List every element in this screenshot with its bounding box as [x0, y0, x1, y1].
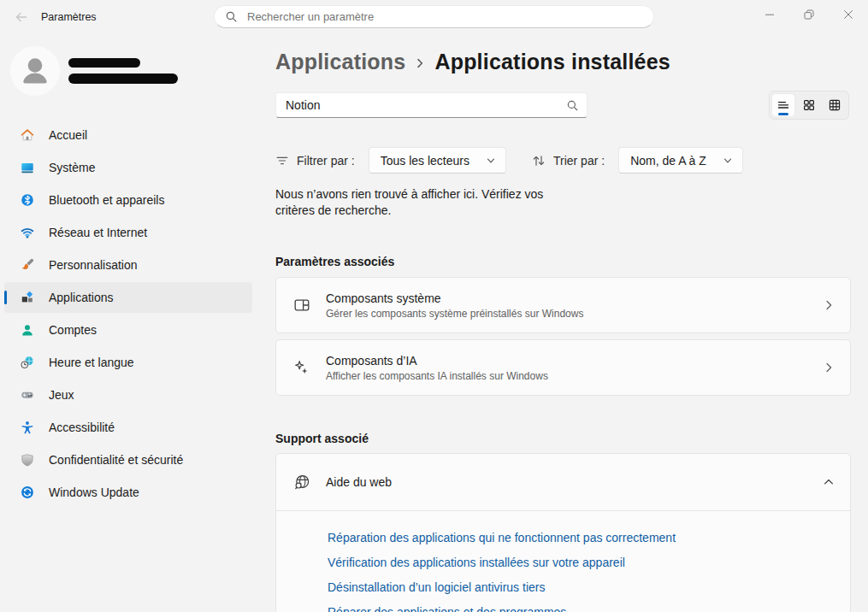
card-title: Aide du web	[326, 475, 392, 489]
filter-dropdown-value: Tous les lecteurs	[381, 154, 469, 168]
minimize-icon	[763, 8, 776, 21]
sidebar-item-bluetooth[interactable]: Bluetooth et appareils	[4, 185, 252, 215]
sidebar-item-reseau[interactable]: Réseau et Internet	[4, 217, 252, 248]
apps-search-box[interactable]	[275, 92, 588, 118]
active-view-indicator	[778, 113, 788, 115]
chevron-down-icon	[486, 156, 496, 166]
sidebar-item-comptes[interactable]: Comptes	[4, 315, 252, 345]
close-icon	[841, 8, 855, 21]
redacted-user-name	[68, 58, 140, 68]
user-profile[interactable]	[0, 34, 257, 96]
breadcrumb-separator-icon	[414, 57, 426, 69]
web-help-links: Réparation des applications qui ne fonct…	[276, 510, 850, 612]
sort-dropdown[interactable]: Nom, de A à Z	[618, 147, 743, 174]
accessibility-icon	[21, 421, 34, 434]
sidebar-item-windows-update[interactable]: Windows Update	[4, 477, 252, 508]
view-switcher	[769, 91, 849, 120]
apps-search-input[interactable]	[276, 98, 587, 112]
search-icon	[225, 10, 238, 23]
sidebar-item-label: Heure et langue	[49, 356, 134, 369]
accounts-icon	[21, 323, 34, 337]
sidebar-item-heure-langue[interactable]: Heure et langue	[4, 347, 252, 378]
sidebar-item-applications[interactable]: Applications	[4, 282, 252, 313]
page-title: Applications installées	[434, 50, 670, 74]
brush-icon	[21, 258, 34, 272]
breadcrumb: Applications Applications installées	[275, 48, 851, 75]
list-view-icon	[776, 98, 790, 112]
list-view-button[interactable]	[771, 93, 795, 117]
sidebar-item-personnalisation[interactable]: Personnalisation	[4, 250, 252, 280]
chevron-right-icon	[823, 299, 835, 311]
filter-dropdown[interactable]: Tous les lecteurs	[369, 147, 506, 174]
related-settings-heading: Paramètres associés	[275, 255, 851, 268]
sidebar-item-systeme[interactable]: Système	[4, 152, 252, 183]
help-link-verify-apps[interactable]: Vérification des applications installées…	[328, 554, 625, 571]
sidebar-item-label: Réseau et Internet	[49, 226, 147, 239]
filter-icon	[275, 154, 289, 168]
redacted-user-detail	[68, 74, 178, 84]
minimize-button[interactable]	[750, 0, 789, 29]
sidebar-item-label: Comptes	[49, 323, 97, 337]
avatar	[10, 46, 60, 96]
sidebar-item-accessibilite[interactable]: Accessibilité	[4, 412, 252, 443]
empty-results-message: Nous n’avons rien trouvé à afficher ici.…	[275, 186, 547, 219]
sort-label: Trier par :	[553, 154, 605, 168]
sort-dropdown-value: Nom, de A à Z	[630, 154, 706, 168]
back-button[interactable]	[7, 3, 36, 31]
close-button[interactable]	[829, 0, 868, 29]
sidebar-item-confidentialite[interactable]: Confidentialité et sécurité	[4, 444, 252, 475]
filter-sort-row: Filtrer par : Tous les lecteurs Trier pa…	[275, 147, 851, 174]
ai-components-card[interactable]: Composants d’IA Afficher les composants …	[275, 339, 851, 396]
chevron-up-icon	[823, 476, 835, 488]
time-language-icon	[21, 356, 34, 369]
maximize-restore-button[interactable]	[789, 0, 829, 29]
redacted-user-info	[68, 58, 178, 84]
card-title: Composants d’IA	[326, 354, 548, 368]
wifi-icon	[21, 226, 34, 239]
windows-update-icon	[21, 485, 34, 499]
sort-icon	[532, 154, 546, 168]
help-link-repair-programs[interactable]: Réparer des applications et des programm…	[328, 603, 566, 612]
chevron-right-icon	[823, 362, 835, 374]
sidebar-item-accueil[interactable]: Accueil	[4, 120, 252, 150]
window-controls	[750, 0, 868, 29]
apps-icon	[21, 291, 34, 304]
filter-label: Filtrer par :	[297, 154, 355, 168]
sidebar-item-label: Personnalisation	[49, 258, 138, 272]
system-components-card[interactable]: Composants système Gérer les composants …	[275, 277, 851, 333]
main-content: Applications Applications installées Fil…	[275, 48, 851, 612]
sidebar-item-label: Applications	[49, 291, 114, 304]
system-components-icon	[293, 297, 310, 314]
chevron-down-icon	[723, 156, 733, 166]
card-subtitle: Gérer les composants système préinstallé…	[326, 308, 583, 320]
home-icon	[21, 128, 34, 142]
settings-search-input[interactable]	[245, 9, 643, 24]
sidebar-item-label: Accueil	[49, 128, 87, 142]
breadcrumb-applications[interactable]: Applications	[275, 50, 405, 74]
web-help-card: Aide du web Réparation des applications …	[275, 453, 851, 612]
gamepad-icon	[21, 388, 34, 402]
ai-components-icon	[293, 359, 310, 376]
shield-icon	[21, 453, 34, 467]
sidebar-item-label: Jeux	[49, 388, 74, 402]
help-link-repair-apps[interactable]: Réparation des applications qui ne fonct…	[328, 529, 676, 546]
web-help-expander[interactable]: Aide du web	[276, 454, 850, 510]
titlebar: Paramètres	[0, 0, 868, 34]
sidebar-item-label: Accessibilité	[49, 421, 115, 434]
sidebar-item-label: Bluetooth et appareils	[49, 193, 164, 207]
card-title: Composants système	[326, 291, 583, 305]
sidebar-item-label: Windows Update	[49, 485, 139, 499]
help-link-uninstall-antivirus[interactable]: Désinstallation d’un logiciel antivirus …	[328, 579, 545, 596]
settings-search-box[interactable]	[214, 5, 654, 28]
sidebar: Accueil Système Bluetooth et appareils R…	[0, 34, 257, 509]
card-subtitle: Afficher les composants IA installés sur…	[326, 370, 548, 382]
system-icon	[21, 161, 34, 174]
sidebar-item-label: Système	[49, 161, 95, 174]
table-view-button[interactable]	[823, 93, 847, 117]
arrow-left-icon	[15, 10, 28, 24]
grid-view-button[interactable]	[797, 93, 821, 117]
sidebar-item-jeux[interactable]: Jeux	[4, 380, 252, 410]
sidebar-nav: Accueil Système Bluetooth et appareils R…	[0, 120, 257, 508]
bluetooth-icon	[21, 193, 34, 207]
sidebar-item-label: Confidentialité et sécurité	[49, 453, 183, 467]
